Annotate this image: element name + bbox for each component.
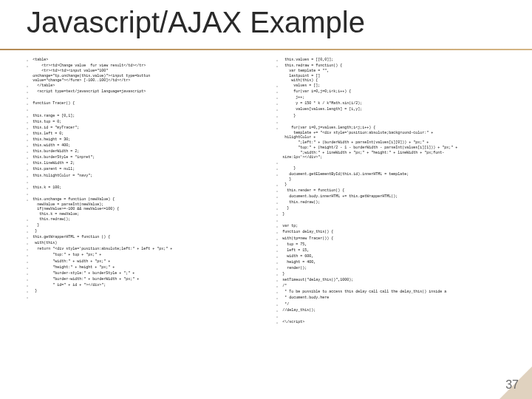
bullet-icon: ▫ <box>27 277 28 283</box>
code-text: for(var i=0,j=0;i<k;i++) { <box>282 89 517 95</box>
code-text: with(tp=new Tracer()) { <box>282 236 517 242</box>
code-line: ▫ for(var i=0,j=values.length;i<j;i++) {… <box>276 126 517 160</box>
bullet-icon: ▫ <box>276 183 278 188</box>
code-line: ▫this.hilightColor = "navy"; <box>27 174 267 180</box>
bullet-icon: ▫ <box>27 126 28 132</box>
code-text: /* <box>282 284 517 289</box>
bullet-icon: ▫ <box>27 89 28 95</box>
code-text: "top:" + top + "px;" + <box>33 253 267 258</box>
code-line: ▫ <box>27 95 267 101</box>
code-line: ▫ } <box>27 229 267 235</box>
code-line: ▫ for(var i=0,j=0;i<k;i++) { <box>276 89 517 95</box>
bullet-icon: ▫ <box>27 180 28 185</box>
code-text: top = 75, <box>282 242 517 248</box>
code-line: ▫this.id = "myTracer"; <box>27 126 267 132</box>
code-text: this.redraw = function() { var template … <box>282 64 517 83</box>
bullet-icon: ▫ <box>276 230 278 236</box>
code-text: for(var i=0,j=values.length;i<j;i++) { t… <box>282 126 517 160</box>
code-text: * document.body.here <box>282 296 517 301</box>
code-text: this.values = [[0,0]]; <box>282 58 517 63</box>
code-column-left: ▫<table>▫ <tr><td>Change value for view … <box>27 58 267 369</box>
code-text: this.hilightColor = "navy"; <box>33 174 267 179</box>
code-text: this.redraw(); <box>33 217 267 222</box>
code-line: ▫ j++; <box>276 95 517 101</box>
bullet-icon: ▫ <box>276 206 278 212</box>
code-text: this.borderStyle = "inpret"; <box>33 155 267 160</box>
bullet-icon: ▫ <box>27 143 28 149</box>
code-line: ▫this.onchange = function (newValue) { n… <box>27 197 267 217</box>
code-text: this.range = [0,1]; <box>33 114 267 119</box>
bullet-icon: ▫ <box>27 58 28 64</box>
code-line: ▫/* <box>276 284 517 290</box>
bullet-icon: ▫ <box>276 95 278 101</box>
bullet-icon: ▫ <box>276 101 278 107</box>
bullet-icon: ▫ <box>276 188 278 194</box>
code-line: ▫ with(this) <box>27 241 267 247</box>
bullet-icon: ▫ <box>276 107 278 113</box>
bullet-icon: ▫ <box>276 320 278 326</box>
content-columns: ▫<table>▫ <tr><td>Change value for view … <box>27 58 517 369</box>
code-text: } <box>282 114 517 119</box>
code-text: } <box>282 272 517 277</box>
code-line: ▫ width = 600, <box>276 254 517 260</box>
bullet-icon: ▫ <box>27 253 28 259</box>
code-line: ▫ </table> <box>27 83 267 89</box>
bullet-icon: ▫ <box>27 259 28 265</box>
code-text: "width:" + width + "px;" + <box>33 259 267 265</box>
code-text: <table> <box>33 58 267 63</box>
code-line: ▫ document.getElementById(this.id).inner… <box>276 172 517 183</box>
code-text: } <box>282 183 517 188</box>
bullet-icon: ▫ <box>276 160 278 166</box>
code-line: ▫ * document.body.here <box>276 296 517 301</box>
code-text: this.parent = null; <box>33 167 267 172</box>
bullet-icon: ▫ <box>27 149 28 155</box>
code-line: ▫ values[values.length] = [i,y]; <box>276 107 517 113</box>
code-text: this.top = 0; <box>33 120 267 125</box>
code-line: ▫ } <box>276 206 517 212</box>
bullet-icon: ▫ <box>27 107 28 113</box>
code-text: this.left = 0; <box>33 132 267 137</box>
code-line: ▫this.height = 30; <box>27 137 267 143</box>
code-text: <script type=text/javascript language=ja… <box>33 89 267 95</box>
code-line: ▫this.top = 0; <box>27 120 267 126</box>
code-line: ▫ this.render = function() { <box>276 188 517 194</box>
bullet-icon: ▫ <box>27 229 28 235</box>
code-line: ▫this.left = 0; <box>27 132 267 137</box>
code-text: height = 400, <box>282 260 517 265</box>
code-text: with(this) <box>33 241 267 246</box>
bullet-icon: ▫ <box>27 95 28 101</box>
bullet-icon: ▫ <box>27 83 28 89</box>
bullet-icon: ▫ <box>276 236 278 242</box>
code-text: //delay_this(); <box>282 308 517 313</box>
code-text: "border-width:" + borderWidth + "px;" + <box>33 277 267 282</box>
code-line: ▫ "border-style:" + borderStyle + ";" + <box>27 271 267 277</box>
bullet-icon: ▫ <box>27 265 28 271</box>
code-line: ▫this.lineWidth = 2; <box>27 161 267 167</box>
bullet-icon: ▫ <box>27 289 28 295</box>
code-line: ▫ y = 150 * k / k*Math.sin(i/2); <box>276 101 517 107</box>
bullet-icon: ▫ <box>27 185 28 191</box>
bullet-icon: ▫ <box>276 114 278 120</box>
code-text: function Tracer() { <box>33 101 267 106</box>
code-text: } <box>282 212 517 217</box>
code-text: render(); <box>282 266 517 271</box>
code-text: this.k = 100; <box>33 185 267 191</box>
code-line: ▫ <box>27 295 267 301</box>
bullet-icon: ▫ <box>276 314 278 320</box>
code-line: ▫function delay_this() { <box>276 230 517 236</box>
code-line: ▫this.borderStyle = "inpret"; <box>27 155 267 161</box>
code-line: ▫ document.body.innerHTML += this.getWra… <box>276 194 517 200</box>
code-text: this.width = 400; <box>33 143 267 149</box>
bullet-icon: ▫ <box>27 132 28 137</box>
code-line: ▫<\/script> <box>276 320 517 326</box>
bullet-icon: ▫ <box>276 83 278 89</box>
code-text: } <box>33 223 267 228</box>
code-line: ▫ } <box>27 289 267 295</box>
bullet-icon: ▫ <box>276 172 278 178</box>
code-text: var tp; <box>282 224 517 229</box>
code-line: ▫ <box>27 191 267 197</box>
code-text: left = 15, <box>282 248 517 253</box>
bullet-icon: ▫ <box>276 296 278 301</box>
code-line: ▫this.getWrapperHTML = function () { <box>27 235 267 241</box>
bullet-icon: ▫ <box>27 174 28 180</box>
